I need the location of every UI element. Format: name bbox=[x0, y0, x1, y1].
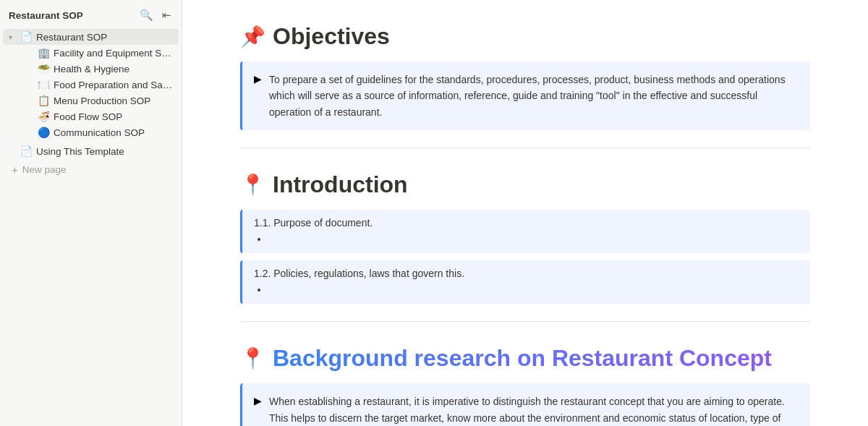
plus-icon: + bbox=[12, 163, 18, 176]
intro-block-1: 1.1. Purpose of document. bbox=[240, 210, 810, 253]
objectives-callout: ▶ To prepare a set of guidelines for the… bbox=[240, 61, 810, 130]
sidebar-item-communication[interactable]: 🔵 Communication SOP bbox=[20, 124, 179, 140]
sidebar-children: 🏢 Facility and Equipment SOP 🥗 Health & … bbox=[0, 45, 182, 140]
search-button[interactable]: 🔍 bbox=[138, 7, 155, 23]
objectives-callout-text: To prepare a set of guidelines for the s… bbox=[269, 72, 799, 120]
list-item bbox=[268, 282, 799, 297]
new-page-label: New page bbox=[22, 164, 67, 175]
sidebar-item-menu[interactable]: 📋 Menu Production SOP bbox=[20, 93, 179, 108]
introduction-heading: Introduction bbox=[273, 171, 408, 198]
intro-block-1-title: 1.1. Purpose of document. bbox=[254, 217, 799, 229]
sidebar-root-item[interactable]: ▾ 📄 Restaurant SOP bbox=[3, 29, 179, 45]
sidebar-item-food-prep[interactable]: 🍽️ Food Preparation and Safety bbox=[20, 77, 179, 93]
intro-block-2-bullets bbox=[254, 282, 799, 297]
sidebar-tree: ▾ 📄 Restaurant SOP 🏢 Facility and Equipm… bbox=[0, 27, 182, 161]
tree-arrow: ▾ bbox=[9, 33, 20, 41]
new-page-button[interactable]: + New page bbox=[3, 161, 179, 179]
background-callout: ▶ When establishing a restaurant, it is … bbox=[240, 383, 810, 426]
main-content: 📌 Objectives ▶ To prepare a set of guide… bbox=[182, 0, 868, 426]
root-item-label: Restaurant SOP bbox=[36, 32, 107, 43]
intro-block-2-title: 1.2. Policies, regulations, laws that go… bbox=[254, 268, 799, 279]
sidebar-item-using-template[interactable]: 📄 Using This Template bbox=[3, 143, 179, 159]
background-section-title: 📍 Background research on Restaurant Conc… bbox=[240, 345, 810, 372]
background-heading: Background research on Restaurant Concep… bbox=[273, 345, 772, 372]
intro-block-1-bullets bbox=[254, 231, 799, 246]
divider-2 bbox=[240, 321, 810, 322]
background-pin-icon: 📍 bbox=[240, 346, 265, 370]
intro-block-2: 1.2. Policies, regulations, laws that go… bbox=[240, 260, 810, 304]
introduction-section-title: 📍 Introduction bbox=[240, 171, 810, 198]
background-callout-icon: ▶ bbox=[254, 395, 262, 406]
background-callout-text: When establishing a restaurant, it is im… bbox=[269, 393, 799, 426]
sidebar-title: Restaurant SOP bbox=[9, 10, 83, 21]
sidebar: Restaurant SOP 🔍 ⇤ ▾ 📄 Restaurant SOP 🏢 … bbox=[0, 0, 182, 426]
sidebar-item-food-flow[interactable]: 🍜 Food Flow SOP bbox=[20, 108, 179, 124]
sidebar-item-facility[interactable]: 🏢 Facility and Equipment SOP bbox=[20, 45, 179, 61]
sidebar-header-icons: 🔍 ⇤ bbox=[138, 7, 173, 23]
objectives-callout-icon: ▶ bbox=[254, 73, 262, 85]
introduction-pin-icon: 📍 bbox=[240, 173, 265, 197]
objectives-pin-icon: 📌 bbox=[240, 25, 265, 48]
sidebar-item-health[interactable]: 🥗 Health & Hygiene bbox=[20, 61, 179, 77]
root-item-icon: 📄 bbox=[20, 31, 33, 43]
objectives-section-title: 📌 Objectives bbox=[240, 23, 810, 50]
collapse-button[interactable]: ⇤ bbox=[161, 7, 173, 23]
list-item bbox=[268, 231, 799, 246]
objectives-heading: Objectives bbox=[273, 23, 390, 50]
sidebar-header: Restaurant SOP 🔍 ⇤ bbox=[0, 0, 182, 27]
divider-1 bbox=[240, 148, 810, 148]
